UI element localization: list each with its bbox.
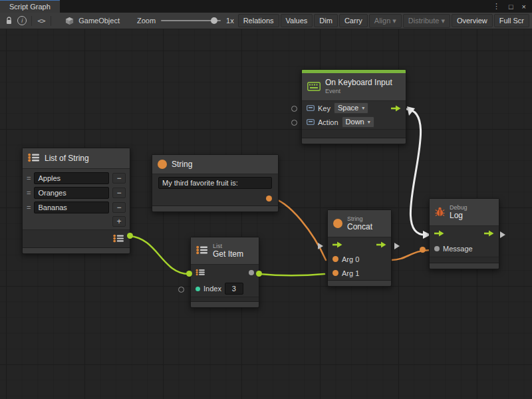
gameobject-label[interactable]: GameObject <box>78 17 120 25</box>
control-row <box>328 237 391 252</box>
key-dropdown[interactable]: Space ▾ <box>334 102 368 114</box>
fullscreen-button[interactable]: Full Scr <box>494 14 529 27</box>
key-port-circle[interactable] <box>291 106 297 112</box>
list-output-port-dot[interactable] <box>127 233 133 239</box>
chevron-down-icon: ▾ <box>362 104 364 112</box>
distribute-button: Distribute ▾ <box>403 14 450 28</box>
node-debug-log[interactable]: Debug Log Message <box>429 198 499 269</box>
message-input-port[interactable] <box>434 246 440 251</box>
arg0-input-port[interactable] <box>332 256 338 262</box>
getitem-input-wire-cap[interactable] <box>186 271 192 277</box>
lock-icon[interactable] <box>3 15 16 27</box>
carry-button[interactable]: Carry <box>339 14 368 27</box>
control-output-port[interactable] <box>391 105 401 112</box>
control-input-port[interactable] <box>434 230 444 237</box>
list-item-input[interactable]: Oranges <box>34 187 109 199</box>
wire-control-start-arrowhead <box>407 106 415 116</box>
graph-canvas[interactable]: On Keyboard Input Event Key Space ▾ <box>0 29 532 399</box>
key-label: Key <box>318 104 331 112</box>
window-menu-icon[interactable]: ⋮ <box>493 2 500 11</box>
info-icon[interactable]: i <box>16 15 29 27</box>
key-row: Key Space ▾ <box>302 101 406 115</box>
drag-handle-icon[interactable]: = <box>27 203 31 211</box>
arg1-input-port[interactable] <box>332 270 338 276</box>
list-icon <box>196 245 208 256</box>
index-label: Index <box>203 285 221 293</box>
key-dropdown-value: Space <box>338 104 358 112</box>
node-header: String <box>152 155 278 174</box>
add-item-button[interactable]: + <box>112 216 126 227</box>
string-icon <box>158 160 167 169</box>
code-view-icon[interactable]: <> <box>35 15 48 27</box>
node-header: On Keyboard Input Event <box>302 73 406 101</box>
node-get-item[interactable]: List Get Item Index 3 <box>190 237 259 308</box>
align-button: Align ▾ <box>369 14 402 28</box>
window-controls: ⋮ □ × <box>493 0 532 13</box>
index-input[interactable]: 3 <box>225 283 243 295</box>
string-value-input[interactable]: My third favorite fruit is: <box>158 177 272 189</box>
list-item-input[interactable]: Apples <box>34 172 109 184</box>
string-output-row <box>152 191 278 205</box>
zoom-slider-handle[interactable] <box>211 17 217 24</box>
tab-script-graph[interactable]: Script Graph <box>0 0 60 13</box>
values-button[interactable]: Values <box>281 14 313 27</box>
node-body-spacer <box>191 297 259 301</box>
drag-handle-icon[interactable]: = <box>27 174 31 182</box>
wire-concat-to-log-message[interactable] <box>392 250 431 260</box>
action-dropdown[interactable]: Down ▾ <box>342 116 374 128</box>
log-right-relation-triangle <box>500 231 505 238</box>
dim-button[interactable]: Dim <box>314 14 338 27</box>
control-input-port[interactable] <box>332 241 342 248</box>
zoom-slider[interactable] <box>161 20 221 21</box>
control-output-port[interactable] <box>376 241 386 248</box>
node-title: Get Item <box>213 250 243 259</box>
node-on-keyboard-input[interactable]: On Keyboard Input Event Key Space ▾ <box>301 69 406 144</box>
node-title: Concat <box>347 223 372 231</box>
close-icon[interactable]: × <box>522 3 526 11</box>
node-footer <box>191 301 259 307</box>
key-field-icon <box>307 104 315 112</box>
toolbar-separator <box>31 16 32 26</box>
index-port-circle[interactable] <box>178 287 184 293</box>
message-row: Message <box>430 241 499 257</box>
list-icon <box>28 153 40 164</box>
keyboard-icon <box>307 82 321 92</box>
index-input-port[interactable] <box>196 287 200 291</box>
action-row: Action Down ▾ <box>302 115 406 129</box>
list-item-row: = Apples − <box>27 171 126 186</box>
arg1-label: Arg 1 <box>342 269 359 277</box>
wire-getitem-to-concat-arg1[interactable] <box>259 274 325 275</box>
item-output-port[interactable] <box>249 270 254 275</box>
zoom-label: Zoom <box>137 17 156 25</box>
control-row <box>430 226 499 241</box>
remove-item-button[interactable]: − <box>112 173 126 184</box>
node-footer <box>328 280 391 286</box>
node-list-of-string[interactable]: List of String = Apples − = Oranges − = … <box>22 148 130 254</box>
node-header: List Get Item <box>191 237 259 265</box>
drag-handle-icon[interactable]: = <box>27 189 31 197</box>
list-output-icon <box>113 234 124 244</box>
string-output-port[interactable] <box>266 196 272 201</box>
action-port-circle[interactable] <box>291 120 297 126</box>
relations-button[interactable]: Relations <box>238 14 279 27</box>
getitem-output-port-dot[interactable] <box>256 271 262 277</box>
action-label: Action <box>318 118 338 126</box>
list-input-icon <box>196 269 205 277</box>
control-output-port[interactable] <box>484 230 494 237</box>
concat-result-wire-cap[interactable] <box>420 247 426 253</box>
remove-item-button[interactable]: − <box>112 202 126 213</box>
list-input-row <box>191 265 259 281</box>
list-item-input[interactable]: Bananas <box>34 201 109 213</box>
remove-item-button[interactable]: − <box>112 188 126 198</box>
arg0-label: Arg 0 <box>342 255 359 263</box>
node-concat[interactable]: String Concat Arg 0 Arg 1 <box>327 209 392 287</box>
wire-list-to-getitem[interactable] <box>130 236 189 274</box>
overview-button[interactable]: Overview <box>452 14 493 27</box>
list-items: = Apples − = Oranges − = Bananas − <box>23 169 130 215</box>
concat-left-relation-triangle <box>318 243 323 249</box>
maximize-icon[interactable]: □ <box>509 3 513 11</box>
node-string-literal[interactable]: String My third favorite fruit is: <box>152 154 279 212</box>
wire-control-keyboard-to-log[interactable] <box>406 109 425 235</box>
node-footer <box>152 205 278 211</box>
arg0-row: Arg 0 <box>328 252 391 266</box>
